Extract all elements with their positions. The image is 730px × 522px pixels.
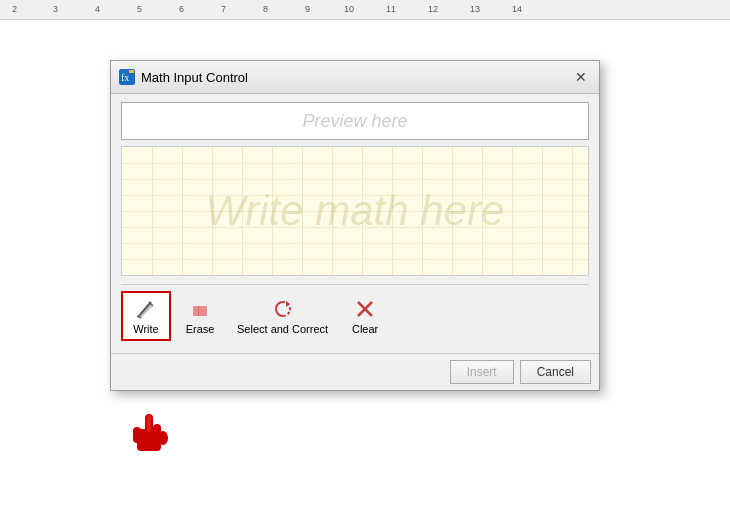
dialog-titlebar: fx Math Input Control ✕ <box>111 61 599 94</box>
preview-area: Preview here <box>121 102 589 140</box>
erase-icon <box>188 297 212 321</box>
math-icon: fx <box>119 69 135 85</box>
dialog-title-left: fx Math Input Control <box>119 69 248 85</box>
math-input-dialog: fx Math Input Control ✕ Preview here <box>110 60 600 391</box>
toolbar: Write Erase <box>121 284 589 345</box>
ruler-mark: 13 <box>470 4 480 14</box>
ruler-mark: 4 <box>95 4 100 14</box>
ruler-mark: 11 <box>386 4 396 14</box>
erase-button[interactable]: Erase <box>175 293 225 339</box>
ruler-mark: 7 <box>221 4 226 14</box>
ruler-mark: 2 <box>12 4 17 14</box>
close-button[interactable]: ✕ <box>571 67 591 87</box>
bottom-bar: Insert Cancel <box>111 353 599 390</box>
dialog-body: Preview here <box>111 94 599 353</box>
svg-rect-2 <box>129 70 134 73</box>
ruler-mark: 10 <box>344 4 354 14</box>
dialog-title: Math Input Control <box>141 70 248 85</box>
ruler-mark: 14 <box>512 4 522 14</box>
svg-text:fx: fx <box>121 72 129 83</box>
erase-label: Erase <box>186 323 215 335</box>
svg-rect-8 <box>198 306 199 316</box>
select-correct-label: Select and Correct <box>237 323 328 335</box>
ruler-mark: 9 <box>305 4 310 14</box>
select-correct-button[interactable]: Select and Correct <box>229 293 336 339</box>
cancel-button[interactable]: Cancel <box>520 360 591 384</box>
preview-text: Preview here <box>302 111 407 132</box>
ruler-mark: 12 <box>428 4 438 14</box>
svg-rect-7 <box>193 306 207 316</box>
select-correct-icon <box>271 297 295 321</box>
svg-marker-9 <box>286 301 290 307</box>
clear-label: Clear <box>352 323 378 335</box>
write-label: Write <box>133 323 158 335</box>
write-button[interactable]: Write <box>121 291 171 341</box>
insert-button[interactable]: Insert <box>450 360 514 384</box>
writing-canvas[interactable]: Write math here <box>121 146 589 276</box>
ruler-mark: 3 <box>53 4 58 14</box>
svg-marker-6 <box>139 304 153 318</box>
ruler-mark: 5 <box>137 4 142 14</box>
clear-icon <box>353 297 377 321</box>
ruler-mark: 6 <box>179 4 184 14</box>
write-icon <box>134 297 158 321</box>
ruler: 2 3 4 5 6 7 8 9 10 11 12 13 14 <box>0 0 730 20</box>
clear-button[interactable]: Clear <box>340 293 390 339</box>
ruler-mark: 8 <box>263 4 268 14</box>
